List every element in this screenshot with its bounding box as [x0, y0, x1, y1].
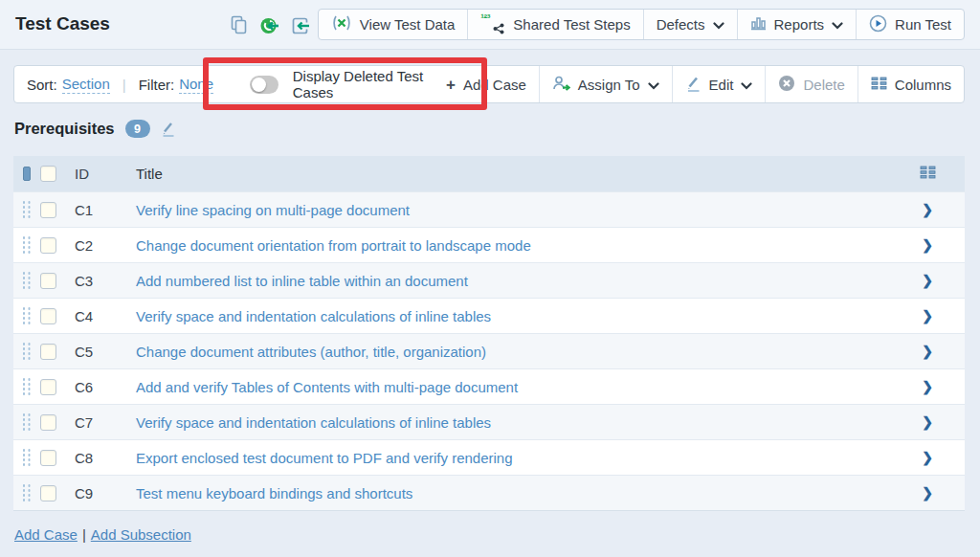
add-case-link[interactable]: Add Case [14, 526, 78, 543]
add-case-button[interactable]: + Add Case [434, 66, 539, 102]
test-cases-table: ID Title C1 Verify line spacing on multi… [13, 156, 965, 511]
row-checkbox[interactable] [40, 485, 56, 501]
drag-handle-icon[interactable] [23, 413, 32, 431]
table-row: C1 Verify line spacing on multi-page doc… [13, 191, 965, 227]
drag-handle-icon[interactable] [23, 272, 32, 289]
case-title-link[interactable]: Verify space and indentation calculation… [136, 308, 491, 324]
edit-dropdown[interactable]: Edit [672, 66, 766, 102]
chevron-right-icon[interactable]: ❯ [922, 344, 933, 359]
drag-handle-icon[interactable] [23, 378, 32, 395]
delete-button[interactable]: Delete [765, 66, 857, 102]
row-checkbox[interactable] [40, 414, 56, 431]
display-deleted-toggle[interactable] [250, 76, 278, 94]
case-title-link[interactable]: Verify line spacing on multi-page docume… [136, 202, 410, 218]
run-test-button[interactable]: Run Test [856, 10, 964, 39]
delete-circle-x-icon [778, 75, 795, 95]
table-row: C3 Add numbered list to inline table wit… [13, 262, 965, 298]
divider: | [82, 526, 86, 543]
section-header: Prerequisites 9 [14, 120, 176, 138]
copy-icon[interactable] [228, 14, 250, 36]
reports-dropdown[interactable]: Reports [737, 10, 857, 39]
table-row: C7 Verify space and indentation calculat… [13, 404, 965, 439]
case-title-link[interactable]: Test menu keyboard bindings and shortcut… [136, 485, 412, 501]
row-checkbox[interactable] [40, 308, 56, 324]
select-all-checkbox[interactable] [40, 166, 56, 182]
case-title-link[interactable]: Change document attributes (author, titl… [136, 344, 486, 360]
edit-section-pencil-icon[interactable] [161, 121, 176, 137]
case-title-link[interactable]: Export enclosed test document to PDF and… [136, 450, 513, 466]
button-label: Shared Test Steps [513, 16, 630, 33]
chevron-right-icon[interactable]: ❯ [922, 379, 933, 394]
chevron-right-icon[interactable]: ❯ [922, 273, 933, 288]
chevron-right-icon[interactable]: ❯ [922, 202, 933, 217]
view-test-data-button[interactable]: View Test Data [319, 10, 468, 39]
section-title: Prerequisites [14, 120, 115, 138]
chevron-right-icon[interactable]: ❯ [922, 450, 933, 465]
button-label: Add Case [463, 77, 526, 93]
shared-steps-icon: ¹²³ [480, 14, 505, 34]
row-checkbox[interactable] [40, 273, 56, 289]
drag-handle-icon[interactable] [23, 201, 32, 218]
chevron-down-icon [832, 16, 843, 33]
drag-handle-icon[interactable] [23, 307, 32, 324]
title-column-header: Title [136, 166, 890, 182]
function-x-icon [331, 14, 352, 34]
row-checkbox[interactable] [40, 237, 56, 254]
case-title-link[interactable]: Add and verify Tables of Contents with m… [136, 379, 518, 395]
button-label: Edit [709, 77, 734, 93]
case-title-link[interactable]: Change document orientation from portrai… [136, 237, 531, 254]
table-row: C8 Export enclosed test document to PDF … [13, 439, 965, 475]
sort-label: Sort: [27, 77, 57, 93]
row-checkbox[interactable] [40, 379, 56, 395]
bar-chart-icon [750, 15, 767, 33]
page-title: Test Cases [15, 13, 110, 34]
columns-icon[interactable] [920, 166, 936, 182]
play-icon [869, 14, 887, 35]
id-column-header: ID [75, 166, 136, 182]
table-row: C4 Verify space and indentation calculat… [13, 298, 965, 333]
assign-to-dropdown[interactable]: Assign To [539, 66, 672, 102]
defects-dropdown[interactable]: Defects [643, 10, 737, 39]
section-footer: Add Case|Add Subsection [14, 526, 191, 543]
row-checkbox[interactable] [40, 450, 56, 466]
table-row: C5 Change document attributes (author, t… [13, 333, 965, 368]
filter-label: Filter: [139, 77, 175, 93]
divider: | [122, 77, 126, 93]
add-subsection-link[interactable]: Add Subsection [91, 526, 191, 543]
drag-handle-icon[interactable] [23, 343, 32, 360]
chevron-down-icon [713, 16, 724, 33]
select-handle-icon[interactable] [23, 167, 31, 181]
row-checkbox[interactable] [40, 344, 56, 360]
sort-value-link[interactable]: Section [62, 76, 110, 94]
case-title-link[interactable]: Verify space and indentation calculation… [136, 414, 491, 431]
button-label: Defects [657, 16, 705, 33]
button-label: Delete [803, 77, 844, 93]
filter-value-link[interactable]: None [179, 76, 213, 94]
shared-test-steps-button[interactable]: ¹²³ Shared Test Steps [467, 10, 642, 39]
chevron-right-icon[interactable]: ❯ [922, 485, 933, 501]
chevron-right-icon[interactable]: ❯ [922, 237, 933, 253]
button-label: View Test Data [360, 16, 456, 33]
drag-handle-icon[interactable] [23, 484, 32, 501]
paste-icon[interactable] [258, 14, 280, 36]
case-id: C2 [75, 237, 136, 254]
chevron-down-icon [741, 77, 752, 93]
import-icon[interactable] [289, 14, 311, 36]
row-checkbox[interactable] [40, 202, 56, 218]
case-title-link[interactable]: Add numbered list to inline table within… [136, 273, 468, 289]
chevron-right-icon[interactable]: ❯ [922, 414, 933, 430]
deleted-cases-toggle-group: Display Deleted Test Cases [250, 68, 434, 100]
table-header-row: ID Title [13, 156, 965, 191]
button-label: Reports [774, 16, 825, 33]
columns-button[interactable]: Columns [858, 66, 964, 102]
case-actions-group: + Add Case Assign To Edit Delet [434, 66, 964, 102]
case-id: C7 [75, 414, 136, 431]
table-row: C6 Add and verify Tables of Contents wit… [13, 368, 965, 404]
columns-icon [871, 77, 887, 93]
drag-handle-icon[interactable] [23, 236, 32, 254]
drag-handle-icon[interactable] [23, 449, 32, 466]
chevron-right-icon[interactable]: ❯ [922, 308, 933, 323]
top-bar: Test Cases View Test Data ¹²³ [0, 0, 980, 50]
edit-pencil-icon [685, 75, 702, 95]
header-grip-cell [13, 167, 40, 181]
